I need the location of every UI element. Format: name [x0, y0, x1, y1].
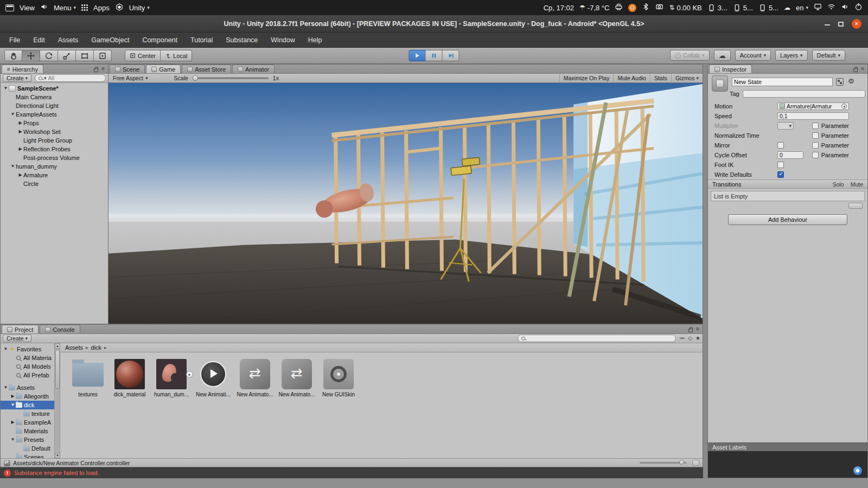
hierarchy-row[interactable]: Light Probe Group: [1, 136, 108, 145]
power-icon[interactable]: [854, 3, 863, 12]
status-toggle-button[interactable]: [692, 460, 699, 466]
lock-icon[interactable]: [853, 68, 858, 72]
cloud-button[interactable]: ☁: [714, 50, 731, 61]
favorites-row[interactable]: All Models: [1, 362, 54, 371]
expand-arrow-icon[interactable]: ▼: [10, 164, 16, 169]
scale-tool-button[interactable]: [58, 50, 76, 61]
tray-indicator-2[interactable]: 5...: [733, 4, 753, 12]
maximize-button[interactable]: [838, 22, 844, 27]
transform-tool-button[interactable]: [94, 50, 112, 61]
asset-item[interactable]: human_dum...: [154, 359, 189, 397]
assets-row[interactable]: ▼ Assets: [1, 383, 54, 392]
favorites-row[interactable]: ▼ Favorites: [1, 345, 54, 354]
favorites-row[interactable]: All Prefab: [1, 371, 54, 380]
menu-item[interactable]: Component: [136, 33, 183, 47]
hierarchy-row[interactable]: ▼ SampleScene*: [1, 84, 108, 93]
assets-row[interactable]: ▶ ExampleA: [1, 418, 54, 427]
cloud-sync-icon[interactable]: ☁: [784, 4, 790, 11]
mirror-parameter-checkbox[interactable]: [812, 142, 819, 149]
tab-project[interactable]: Project: [2, 325, 39, 333]
menu-item[interactable]: Assets: [52, 33, 85, 47]
expand-arrow-icon[interactable]: ▼: [10, 112, 16, 117]
tab-console[interactable]: Console: [40, 325, 80, 333]
folder-tree-scrollbar[interactable]: ▲ ▼: [55, 343, 60, 458]
assets-row[interactable]: texture: [1, 409, 54, 418]
search-by-label-icon[interactable]: ◇: [688, 336, 692, 341]
printer-icon[interactable]: [615, 3, 623, 12]
expand-arrow-icon[interactable]: ▼: [3, 86, 9, 91]
os-view-menu[interactable]: View: [20, 4, 35, 12]
expand-arrow-icon[interactable]: ▼: [10, 403, 16, 407]
expand-arrow-icon[interactable]: ▶: [17, 121, 23, 125]
gizmos-dropdown[interactable]: Gizmos▾: [671, 74, 703, 82]
viewport-tab[interactable]: Asset Store: [182, 65, 231, 73]
clock[interactable]: Ср, 17:02: [544, 4, 574, 12]
panel-menu-icon[interactable]: ≡: [696, 326, 699, 332]
lock-icon[interactable]: [94, 68, 98, 72]
asset-item[interactable]: New GUISkin: [321, 359, 356, 397]
account-dropdown[interactable]: Account▾: [735, 50, 771, 61]
camera-indicator-icon[interactable]: [655, 3, 663, 12]
assets-row[interactable]: Materials: [1, 427, 54, 435]
expand-arrow-icon[interactable]: ▶: [17, 173, 23, 177]
expand-arrow-icon[interactable]: ▼: [10, 438, 16, 442]
rect-tool-button[interactable]: [76, 50, 94, 61]
object-picker-icon[interactable]: [841, 104, 847, 109]
menu-item[interactable]: Window: [265, 33, 301, 47]
pan-tool-button[interactable]: [4, 50, 22, 61]
viewport-tab[interactable]: Game: [146, 65, 181, 73]
aspect-dropdown[interactable]: Free Aspect▾: [108, 74, 152, 82]
expand-arrow-icon[interactable]: ▶: [17, 130, 23, 134]
scroll-up-button[interactable]: ▲: [55, 343, 60, 349]
project-create-button[interactable]: Create▾: [3, 335, 31, 342]
layout-dropdown[interactable]: Default▾: [812, 50, 845, 61]
hierarchy-row[interactable]: ▶ Workshop Set: [1, 127, 108, 136]
rotate-tool-button[interactable]: [40, 50, 58, 61]
menu-item[interactable]: Substance: [220, 33, 264, 47]
os-apps-menu[interactable]: Apps: [93, 4, 110, 12]
maximize-on-play-toggle[interactable]: Maximize On Play: [559, 74, 614, 82]
window-list-icon[interactable]: [5, 4, 14, 11]
cycle-offset-parameter-checkbox[interactable]: [812, 152, 819, 158]
mute-label[interactable]: Mute: [851, 181, 863, 188]
viewport-tab[interactable]: Scene: [110, 65, 145, 73]
pivot-toggle-button[interactable]: Center: [125, 50, 161, 61]
display-icon[interactable]: [814, 3, 822, 12]
tab-inspector[interactable]: Inspector: [709, 65, 752, 73]
asset-item[interactable]: dick_material: [112, 359, 147, 397]
viewport-tab[interactable]: Animator: [232, 65, 275, 73]
layers-dropdown[interactable]: Layers▾: [775, 50, 808, 61]
panel-menu-icon[interactable]: ≡: [101, 66, 105, 72]
breadcrumb-item[interactable]: dick ▸: [91, 344, 110, 351]
hierarchy-row[interactable]: ▼ human_dummy: [1, 162, 108, 171]
menu-item[interactable]: GameObject: [85, 33, 135, 47]
unity-logo-icon[interactable]: [115, 3, 124, 13]
app-indicator-icon[interactable]: [40, 3, 48, 12]
assets-row[interactable]: Scenes: [1, 453, 54, 458]
hierarchy-row[interactable]: Main Camera: [1, 93, 108, 101]
collab-dropdown[interactable]: ✓Collab▾: [670, 50, 710, 61]
move-tool-button[interactable]: [22, 50, 40, 61]
favorites-row[interactable]: All Materia: [1, 354, 54, 362]
hierarchy-search-input[interactable]: ▾All: [35, 74, 106, 82]
hierarchy-row[interactable]: ▶ Armature: [1, 171, 108, 179]
asset-label-icon[interactable]: [853, 466, 862, 475]
scrollbar-thumb[interactable]: [55, 350, 60, 389]
network-traffic-indicator[interactable]: ⇅0.00 KB: [669, 4, 701, 12]
menu-item[interactable]: Tutorial: [184, 33, 219, 47]
state-name-field[interactable]: New State: [732, 78, 833, 86]
hierarchy-row[interactable]: ▼ ExampleAssets: [1, 110, 108, 119]
volume-icon[interactable]: [841, 3, 849, 12]
normalized-time-parameter-checkbox[interactable]: [812, 132, 819, 139]
thumbnail-size-slider[interactable]: [640, 462, 686, 464]
tag-field[interactable]: [743, 90, 865, 98]
assets-row[interactable]: Default: [1, 444, 54, 453]
hierarchy-create-button[interactable]: Create▾: [3, 74, 31, 82]
assets-row[interactable]: ▼ Presets: [1, 435, 54, 444]
panel-menu-icon[interactable]: ≡: [861, 66, 864, 72]
minimize-button[interactable]: [825, 23, 830, 25]
tray-indicator-1[interactable]: 3...: [707, 4, 727, 12]
hierarchy-row[interactable]: Directional Light: [1, 101, 108, 110]
stats-toggle[interactable]: Stats: [650, 74, 671, 82]
pause-button[interactable]: [426, 50, 443, 61]
